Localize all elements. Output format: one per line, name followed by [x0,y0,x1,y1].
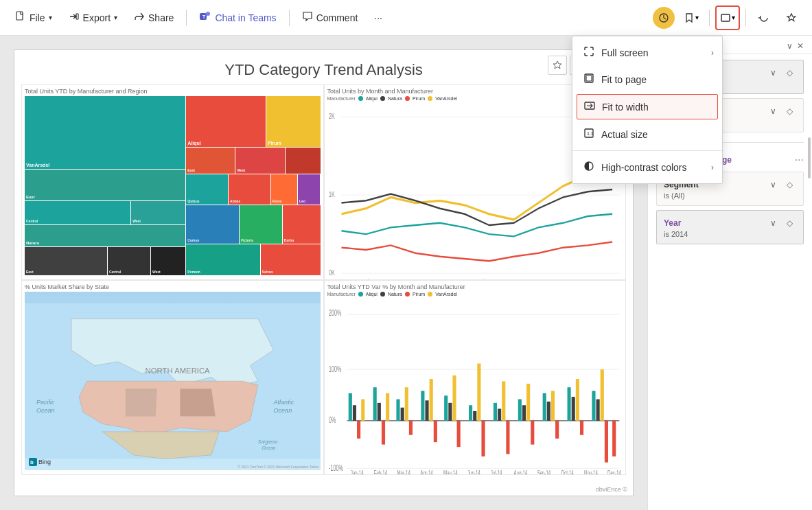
fit-to-page-item[interactable]: Fit to page [572,66,722,93]
export-button[interactable]: Export ▾ [62,7,124,28]
svg-text:Nov-14: Nov-14 [584,469,598,475]
legend-pirum: Pirum [413,96,425,101]
svg-text:0%: 0% [329,415,336,424]
history-icon [653,7,675,29]
comment-label: Comment [316,12,358,23]
context-expand-btn[interactable]: ∨ [787,41,793,51]
high-contrast-icon [583,161,594,174]
month-clear-btn[interactable]: ◇ [782,66,796,80]
file-button[interactable]: File ▾ [8,7,59,28]
segment-expand-btn[interactable]: ∨ [766,178,780,192]
svg-rect-62 [425,400,428,421]
actual-size-item[interactable]: 1:1 Actual size [572,121,722,148]
report-footer: obviEnce © [596,486,627,493]
svg-rect-7 [586,76,592,81]
bar-legend-natura-dot [380,292,385,297]
fit-to-width-item[interactable]: Fit to width [577,94,718,119]
svg-rect-69 [469,405,472,421]
bar-legend-vanarsdel: VanArsdel [435,292,457,297]
more-icon: ··· [374,12,382,23]
svg-text:Apr-14: Apr-14 [420,469,433,475]
share-button[interactable]: Share [127,7,181,28]
fit-width-icon [584,100,595,113]
star-icon [786,12,797,23]
svg-text:Sep-14: Sep-14 [537,469,550,475]
segment-clear-btn[interactable]: ◇ [782,178,796,192]
month-filter-actions: ∨ ◇ [766,66,796,80]
svg-rect-57 [396,399,399,420]
total-units-filter-actions: ∨ ◇ [766,104,796,118]
bing-logo: b Bing [29,458,51,466]
separator-4 [745,10,746,26]
svg-rect-64 [433,420,437,441]
chart-treemap: Total Units YTD by Manufacturer and Regi… [21,84,324,280]
month-expand-btn[interactable]: ∨ [766,66,780,80]
context-clear-btn[interactable]: ✕ [797,41,804,51]
view-dropdown-menu: Full screen › Fit to page Fit to width 1… [572,36,723,184]
svg-rect-72 [481,420,485,456]
treemap-cell-quibus: Quibus [187,199,199,203]
chat-teams-button[interactable]: T Chat in Teams [192,6,283,29]
high-contrast-label: High-contrast colors [601,162,687,173]
charts-grid: Total Units YTD by Manufacturer and Regi… [14,84,633,482]
svg-rect-90 [596,399,599,420]
full-screen-item[interactable]: Full screen › [572,39,722,66]
year-filter-header: Year ∨ ◇ [664,216,796,230]
svg-rect-88 [579,420,583,434]
svg-rect-67 [452,375,456,420]
bar-legend-aliqui-dot [358,292,363,297]
svg-text:Aug-14: Aug-14 [513,469,527,475]
year-expand-btn[interactable]: ∨ [766,216,780,230]
pin-icon [553,60,562,70]
high-contrast-item[interactable]: High-contrast colors › [572,154,722,181]
year-filter-actions: ∨ ◇ [766,216,796,230]
more-button[interactable]: ··· [367,8,389,27]
file-icon [15,11,26,24]
svg-rect-86 [571,397,575,421]
treemap-cell-east2: East [26,270,34,274]
history-button[interactable] [651,5,676,30]
svg-rect-87 [575,379,579,421]
chart-map-title: % Units Market Share by State [25,283,321,290]
toolbar: File ▾ Export ▾ Share T Chat in Teams C [0,0,812,36]
bookmark-button[interactable]: ▾ [679,5,704,30]
svg-text:Jun-14: Jun-14 [467,469,480,475]
favorites-button[interactable] [779,5,804,30]
svg-text:b: b [30,459,34,465]
svg-rect-80 [531,420,534,444]
share-icon [134,11,145,24]
treemap-cell-west2: West [152,270,161,274]
export-label: Export [83,12,111,23]
svg-rect-51 [357,420,360,438]
treemap-cell-cumus: Cumus [187,238,199,242]
fit-page-icon [583,73,594,86]
svg-rect-82 [546,402,550,421]
filters-page-more-btn[interactable]: ··· [795,154,804,166]
total-units-clear-btn[interactable]: ◇ [782,104,796,118]
export-icon [69,11,80,24]
treemap-cell-central2: Central [109,270,121,274]
year-clear-btn[interactable]: ◇ [782,216,796,230]
treemap-cell-east: East [26,195,35,199]
pin-visual-button[interactable] [548,56,567,75]
chart-bar: Total Units YTD Var % by Month and Manuf… [324,280,627,476]
treemap-cell-barba: Barba [284,238,294,242]
treemap-cell-fama: Fama [272,199,281,203]
treemap-cell-pomum: Pomum [187,270,200,274]
svg-text:200%: 200% [329,308,341,317]
view-mode-button[interactable]: ▾ [715,5,740,30]
svg-text:May-14: May-14 [443,469,458,475]
total-units-expand-btn[interactable]: ∨ [766,104,780,118]
svg-text:Mar-14: Mar-14 [397,469,410,475]
svg-text:Ocean: Ocean [262,445,276,450]
bar-legend-pirum: Pirum [413,292,425,297]
refresh-button[interactable] [752,5,776,30]
actual-size-label: Actual size [601,129,648,140]
export-chevron: ▾ [114,14,117,21]
map-copyright: © 2021 TomTom © 2021 Microsoft Corporati… [237,465,318,469]
svg-rect-52 [361,399,364,420]
svg-text:1K: 1K [329,190,335,199]
svg-rect-78 [522,405,525,421]
comment-button[interactable]: Comment [295,7,365,28]
year-filter-card: Year ∨ ◇ is 2014 [656,210,804,244]
